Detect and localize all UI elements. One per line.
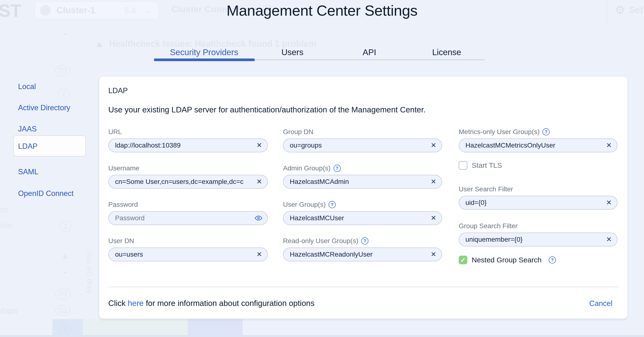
- field-label: Password: [108, 200, 268, 209]
- help-icon[interactable]: ?: [328, 201, 336, 208]
- clear-icon[interactable]: ✕: [256, 142, 262, 149]
- tab-users[interactable]: Users: [281, 48, 303, 57]
- field-label: Username: [108, 164, 268, 172]
- metrics-only-groups-input[interactable]: [459, 138, 618, 152]
- field-label: User Group(s): [283, 201, 326, 208]
- maps-ratio-badge: 1/1: [55, 305, 70, 316]
- show-password-icon[interactable]: [254, 214, 262, 222]
- clear-icon[interactable]: ✕: [606, 199, 612, 206]
- nested-group-search-row: ✓ Nested Group Search ?: [459, 256, 618, 264]
- chevron-up-icon: ⌃: [62, 270, 68, 280]
- footer-info: Click here for more information about co…: [108, 299, 314, 308]
- clear-icon[interactable]: ✕: [431, 251, 436, 258]
- field-label: Group Search Filter: [459, 222, 618, 230]
- page-title: Management Center Settings: [0, 2, 644, 19]
- nav-item-fragment: on: [0, 205, 8, 214]
- username-input[interactable]: [108, 175, 268, 189]
- count-badge: 2: [58, 88, 69, 99]
- check-icon: ✓: [460, 257, 466, 263]
- field-group-search-filter: Group Search Filter ✕: [459, 222, 618, 246]
- clear-icon[interactable]: ✕: [256, 251, 262, 258]
- tab-api[interactable]: API: [363, 48, 376, 57]
- nav-item-fragment: tion: [0, 221, 12, 230]
- warning-triangle-icon: ▲: [94, 38, 104, 50]
- field-password: Password: [108, 200, 268, 225]
- password-input[interactable]: [108, 211, 268, 225]
- nested-group-search-checkbox[interactable]: ✓: [459, 256, 467, 264]
- user-search-filter-input[interactable]: [459, 196, 618, 210]
- here-link[interactable]: here: [128, 299, 144, 308]
- field-label: URL: [108, 128, 268, 136]
- admin-groups-input[interactable]: [283, 175, 442, 189]
- field-username: Username ✕: [108, 164, 268, 189]
- cancel-button[interactable]: Cancel: [589, 299, 613, 308]
- field-user-search-filter: User Search Filter ✕: [459, 185, 618, 210]
- clear-icon[interactable]: ✕: [431, 142, 436, 149]
- sidebar-item-jaas[interactable]: JAAS: [18, 125, 37, 133]
- background-panel: [83, 319, 188, 335]
- user-groups-input[interactable]: [283, 211, 442, 225]
- background-bottom-strip: [0, 335, 644, 337]
- clear-icon[interactable]: ✕: [256, 178, 262, 185]
- clear-icon[interactable]: ✕: [431, 178, 436, 185]
- field-label: User DN: [108, 237, 268, 245]
- field-label: Admin Group(s): [283, 164, 331, 172]
- clear-icon[interactable]: ✕: [606, 142, 612, 149]
- clear-icon[interactable]: ✕: [431, 215, 436, 222]
- group-dn-input[interactable]: [283, 138, 442, 152]
- active-tab-indicator: [154, 58, 254, 61]
- field-readonly-groups: Read-only User Group(s) ? ✕: [283, 237, 442, 262]
- background-panel: [242, 319, 628, 335]
- section-heading: LDAP: [108, 86, 128, 95]
- help-icon[interactable]: ?: [549, 256, 556, 264]
- checkbox-label: Nested Group Search: [472, 256, 542, 264]
- warning-triangle-icon: ▲: [61, 251, 69, 261]
- url-input[interactable]: [108, 138, 268, 152]
- field-metrics-only-groups: Metrics-only User Group(s) ? ✕: [459, 128, 618, 152]
- tab-security-providers[interactable]: Security Providers: [170, 48, 238, 57]
- count-badge: 2: [60, 221, 71, 232]
- group-search-filter-input[interactable]: [459, 232, 618, 246]
- user-dn-input[interactable]: [108, 248, 268, 262]
- field-url: URL ✕: [108, 128, 268, 152]
- field-group-dn: Group DN ✕: [283, 128, 442, 152]
- start-tls-checkbox[interactable]: ✓: [459, 161, 467, 170]
- sidebar-item-saml[interactable]: SAML: [18, 168, 38, 176]
- field-user-groups: User Group(s) ? ✕: [283, 200, 442, 225]
- chevron-up-icon: ⌃: [62, 31, 68, 41]
- field-label: User Search Filter: [459, 185, 618, 193]
- section-description: Use your existing LDAP server for authen…: [108, 105, 426, 114]
- help-icon[interactable]: ?: [542, 128, 550, 136]
- checkbox-label: Start TLS: [472, 161, 502, 170]
- sidebar-item-active-directory[interactable]: Active Directory: [18, 104, 70, 112]
- help-icon[interactable]: ?: [361, 237, 368, 244]
- field-label: Metrics-only User Group(s): [459, 128, 540, 136]
- readonly-groups-input[interactable]: [283, 248, 442, 262]
- members-badge: 7/7: [55, 289, 70, 300]
- management-center-settings-screen: ST Cluster-1 5.4 ⌄ Cluster Connections+ …: [0, 0, 644, 337]
- start-tls-row: ✓ Start TLS: [459, 161, 618, 170]
- background-panel: [52, 319, 83, 335]
- field-user-dn: User DN ✕: [108, 237, 268, 262]
- sidebar-item-openid-connect[interactable]: OpenID Connect: [18, 189, 74, 198]
- members-badge: 7/7: [55, 66, 70, 76]
- sidebar-item-ldap[interactable]: LDAP: [18, 142, 38, 151]
- field-label: Group DN: [283, 128, 442, 136]
- background-panel: [188, 319, 242, 335]
- sidebar-item-local[interactable]: Local: [18, 82, 36, 91]
- field-admin-groups: Admin Group(s) ? ✕: [283, 164, 442, 189]
- map-usage-vertical-label: Map (16.8%): [85, 250, 99, 294]
- field-label: Read-only User Group(s): [283, 237, 358, 245]
- footer-divider: [108, 287, 619, 287]
- nav-item-maps: Maps: [0, 306, 18, 315]
- ldap-settings-card: LDAP Use your existing LDAP server for a…: [99, 76, 628, 319]
- help-icon[interactable]: ?: [334, 165, 341, 172]
- clear-icon[interactable]: ✕: [606, 236, 612, 243]
- tab-license[interactable]: License: [432, 48, 461, 57]
